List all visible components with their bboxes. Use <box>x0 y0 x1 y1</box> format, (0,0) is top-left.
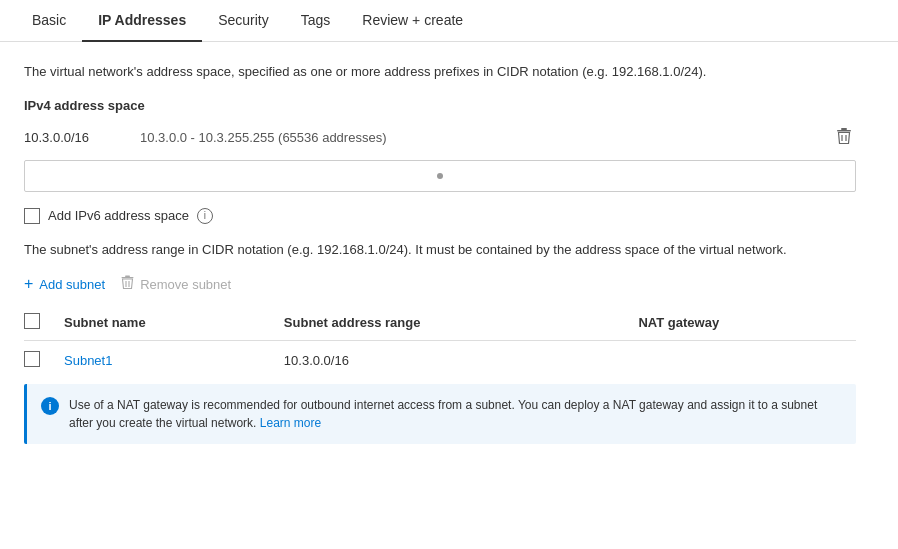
row-subnet-name: Subnet1 <box>64 341 284 381</box>
col-nat-gateway-header: NAT gateway <box>638 305 856 341</box>
tab-tags[interactable]: Tags <box>285 0 347 42</box>
ipv4-section-label: IPv4 address space <box>24 98 856 113</box>
subnet-description: The subnet's address range in CIDR notat… <box>24 240 856 260</box>
address-range-text: 10.3.0.0 - 10.3.255.255 (65536 addresses… <box>140 130 832 145</box>
remove-subnet-button[interactable]: Remove subnet <box>121 275 231 293</box>
row-checkbox-cell <box>24 341 64 381</box>
row-subnet-address: 10.3.0.0/16 <box>284 341 639 381</box>
address-row: 10.3.0.0/16 10.3.0.0 - 10.3.255.255 (655… <box>24 123 856 152</box>
svg-rect-4 <box>125 276 130 278</box>
subnet1-link[interactable]: Subnet1 <box>64 353 112 368</box>
svg-rect-0 <box>841 128 847 130</box>
row-nat-gateway <box>638 341 856 381</box>
svg-rect-5 <box>122 277 134 278</box>
ipv6-checkbox-row: Add IPv6 address space i <box>24 208 856 224</box>
plus-icon: + <box>24 276 33 292</box>
ipv6-info-icon[interactable]: i <box>197 208 213 224</box>
main-content: The virtual network's address space, spe… <box>0 42 880 464</box>
ipv6-checkbox[interactable] <box>24 208 40 224</box>
table-header-checkbox[interactable] <box>24 313 40 329</box>
svg-rect-1 <box>837 130 851 132</box>
info-circle-icon: i <box>41 397 59 415</box>
subnet-table: Subnet name Subnet address range NAT gat… <box>24 305 856 380</box>
tab-ip-addresses[interactable]: IP Addresses <box>82 0 202 42</box>
info-bar-message: Use of a NAT gateway is recommended for … <box>69 398 817 430</box>
tab-security[interactable]: Security <box>202 0 285 42</box>
tab-basic[interactable]: Basic <box>16 0 82 42</box>
tab-review-create[interactable]: Review + create <box>346 0 479 42</box>
col-subnet-address-header: Subnet address range <box>284 305 639 341</box>
col-subnet-name-header: Subnet name <box>64 305 284 341</box>
add-subnet-label: Add subnet <box>39 277 105 292</box>
remove-trash-icon <box>121 275 134 293</box>
add-subnet-button[interactable]: + Add subnet <box>24 276 105 292</box>
remove-subnet-label: Remove subnet <box>140 277 231 292</box>
ipv6-checkbox-label: Add IPv6 address space <box>48 208 189 223</box>
subnet-toolbar: + Add subnet Remove subnet <box>24 275 856 293</box>
address-prefix-input[interactable] <box>24 160 856 192</box>
address-space-description: The virtual network's address space, spe… <box>24 62 856 82</box>
input-dot <box>437 173 443 179</box>
address-cidr: 10.3.0.0/16 <box>24 130 124 145</box>
delete-address-button[interactable] <box>832 123 856 152</box>
learn-more-link[interactable]: Learn more <box>260 416 321 430</box>
col-checkbox-header <box>24 305 64 341</box>
info-bar: i Use of a NAT gateway is recommended fo… <box>24 384 856 444</box>
table-row: Subnet1 10.3.0.0/16 <box>24 341 856 381</box>
row-checkbox[interactable] <box>24 351 40 367</box>
tab-bar: Basic IP Addresses Security Tags Review … <box>0 0 898 42</box>
info-bar-text: Use of a NAT gateway is recommended for … <box>69 396 842 432</box>
trash-icon <box>836 127 852 145</box>
